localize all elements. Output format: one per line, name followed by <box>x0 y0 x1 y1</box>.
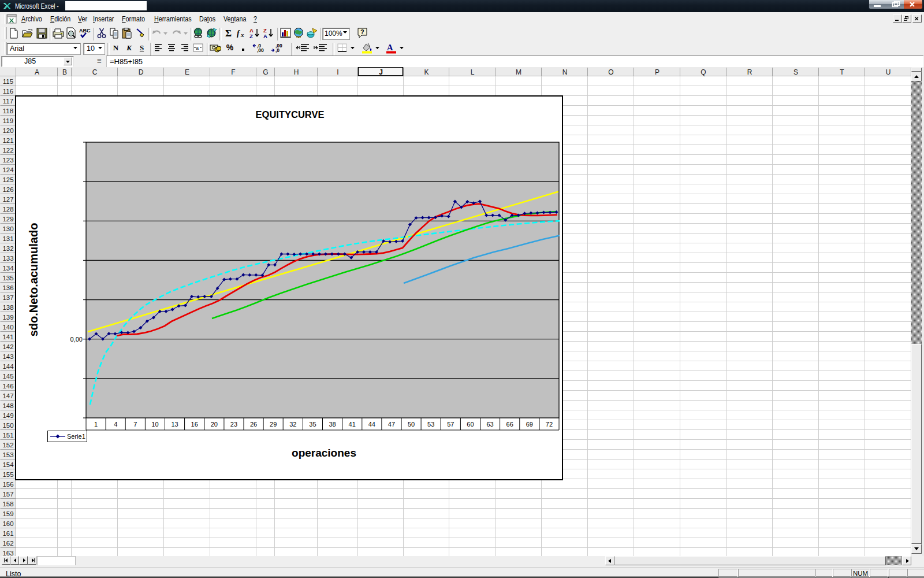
svg-text:119: 119 <box>3 117 13 124</box>
svg-text:121: 121 <box>2 137 13 144</box>
svg-text:142: 142 <box>2 343 13 350</box>
svg-text:149: 149 <box>2 412 13 419</box>
svg-text:152: 152 <box>2 442 13 449</box>
svg-text:10: 10 <box>151 421 158 428</box>
svg-text:1: 1 <box>94 421 98 428</box>
svg-text:136: 136 <box>2 284 13 291</box>
svg-text:163: 163 <box>2 550 13 557</box>
svg-text:I: I <box>337 68 338 76</box>
svg-text:B: B <box>62 68 67 76</box>
svg-text:158: 158 <box>2 501 13 507</box>
svg-text:145: 145 <box>2 373 13 380</box>
svg-text:118: 118 <box>3 108 13 114</box>
svg-text:44: 44 <box>368 421 375 428</box>
svg-text:60: 60 <box>467 421 474 428</box>
svg-text:148: 148 <box>2 402 13 409</box>
svg-text:7: 7 <box>133 421 137 428</box>
svg-text:50: 50 <box>408 421 415 428</box>
svg-text:159: 159 <box>2 510 13 517</box>
svg-text:47: 47 <box>388 421 395 428</box>
svg-text:155: 155 <box>2 471 13 478</box>
svg-text:63: 63 <box>486 421 493 428</box>
svg-text:13: 13 <box>171 421 178 428</box>
svg-text:135: 135 <box>2 275 13 281</box>
svg-text:57: 57 <box>447 421 454 428</box>
svg-text:operaciones: operaciones <box>292 447 356 459</box>
svg-text:23: 23 <box>230 421 237 428</box>
svg-text:69: 69 <box>526 421 533 428</box>
svg-text:143: 143 <box>2 353 13 360</box>
svg-text:sdo.Neto.acumulado: sdo.Neto.acumulado <box>27 223 40 337</box>
svg-text:26: 26 <box>250 421 257 428</box>
svg-text:140: 140 <box>2 324 13 331</box>
svg-text:O: O <box>608 68 613 76</box>
svg-text:S: S <box>793 68 798 76</box>
svg-text:E: E <box>185 68 189 76</box>
svg-text:124: 124 <box>2 166 14 173</box>
svg-text:129: 129 <box>2 216 13 223</box>
svg-text:162: 162 <box>2 540 13 547</box>
svg-text:123: 123 <box>2 157 13 164</box>
svg-text:154: 154 <box>2 461 14 468</box>
svg-text:150: 150 <box>2 422 13 429</box>
svg-text:141: 141 <box>2 334 13 340</box>
svg-text:144: 144 <box>2 363 14 370</box>
svg-text:139: 139 <box>2 314 13 321</box>
svg-text:138: 138 <box>2 304 13 311</box>
svg-text:117: 117 <box>3 98 13 105</box>
svg-text:H: H <box>294 68 299 76</box>
svg-text:0,00: 0,00 <box>70 336 83 343</box>
svg-text:137: 137 <box>2 294 13 301</box>
svg-text:120: 120 <box>2 127 13 134</box>
svg-text:16: 16 <box>191 421 198 428</box>
svg-text:128: 128 <box>2 206 13 213</box>
svg-text:N: N <box>562 68 568 76</box>
svg-text:M: M <box>516 68 521 76</box>
svg-text:A: A <box>35 68 39 76</box>
svg-text:U: U <box>886 68 891 76</box>
svg-text:38: 38 <box>329 421 336 428</box>
svg-text:EQUITYCURVE: EQUITYCURVE <box>256 109 325 120</box>
svg-text:151: 151 <box>2 432 13 439</box>
svg-text:156: 156 <box>2 481 13 488</box>
svg-text:161: 161 <box>2 530 13 537</box>
svg-text:72: 72 <box>546 421 553 428</box>
svg-text:153: 153 <box>2 451 13 458</box>
svg-text:130: 130 <box>2 225 13 232</box>
svg-text:131: 131 <box>2 235 13 242</box>
svg-text:K: K <box>424 68 429 76</box>
svg-text:F: F <box>231 68 235 76</box>
svg-text:P: P <box>655 68 660 76</box>
svg-text:132: 132 <box>2 245 13 252</box>
svg-text:127: 127 <box>2 196 13 203</box>
svg-text:Serie1: Serie1 <box>67 433 85 440</box>
svg-text:133: 133 <box>2 255 13 262</box>
svg-text:32: 32 <box>289 421 296 428</box>
svg-text:T: T <box>840 68 844 76</box>
svg-text:115: 115 <box>3 78 13 85</box>
svg-text:29: 29 <box>270 421 277 428</box>
svg-text:D: D <box>139 68 144 76</box>
svg-text:116: 116 <box>3 88 13 95</box>
svg-text:J: J <box>379 68 383 76</box>
svg-text:53: 53 <box>427 421 434 428</box>
svg-text:125: 125 <box>2 176 13 183</box>
svg-text:41: 41 <box>349 421 356 428</box>
svg-text:G: G <box>263 68 268 76</box>
svg-text:122: 122 <box>2 147 13 154</box>
svg-text:160: 160 <box>2 520 13 527</box>
svg-text:20: 20 <box>211 421 218 428</box>
svg-text:4: 4 <box>114 421 117 428</box>
svg-text:35: 35 <box>309 421 316 428</box>
svg-text:134: 134 <box>2 265 14 272</box>
svg-text:C: C <box>92 68 98 76</box>
svg-text:66: 66 <box>506 421 513 428</box>
svg-text:R: R <box>747 68 752 76</box>
svg-text:157: 157 <box>2 491 13 498</box>
svg-text:Q: Q <box>701 68 706 76</box>
svg-text:L: L <box>471 68 475 76</box>
svg-text:146: 146 <box>2 383 13 390</box>
svg-text:147: 147 <box>2 392 13 399</box>
svg-text:126: 126 <box>2 186 13 193</box>
